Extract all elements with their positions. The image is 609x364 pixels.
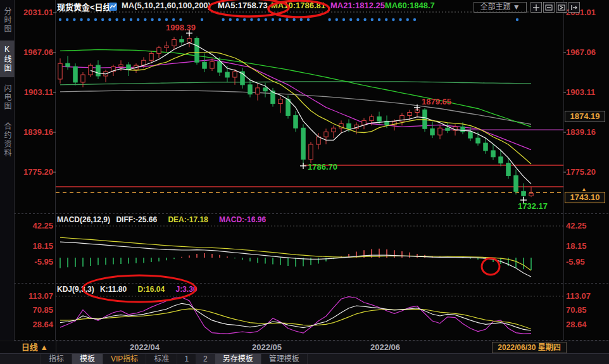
sidebar-item-4[interactable]: 合约资料	[0, 118, 15, 162]
last-price-box: 1743.10	[565, 192, 605, 203]
chart-type-sidebar: 分时图K线图闪电图合约资料	[0, 0, 15, 340]
toolbar-item-管理模板[interactable]: 管理模板	[261, 354, 308, 364]
axis-label: 113.07	[14, 291, 53, 301]
axis-label: 18.15	[14, 241, 53, 251]
crosshair-icon[interactable]	[531, 2, 542, 13]
toolbar-item-标准[interactable]: 标准	[146, 354, 177, 364]
axis-label: -5.95	[566, 257, 606, 267]
axis-label: 70.85	[14, 305, 53, 315]
axis-label: 1967.06	[14, 47, 53, 57]
axis-label: 28.64	[14, 320, 53, 329]
date-axis-row: 日线 ▲ 2022/042022/052022/06 2022/06/30 星期…	[0, 341, 609, 354]
compress-scale-icon[interactable]	[543, 2, 555, 13]
kdj-params: KDJ(9,3,3)	[57, 285, 94, 294]
toolbar-item-2[interactable]: 2	[196, 354, 215, 364]
axis-label: 1839.16	[566, 127, 606, 137]
ma21-value: MA21:1812.25	[330, 1, 385, 10]
kdj-k-value: K:11.80	[100, 285, 127, 294]
axis-label: 1967.06	[566, 47, 606, 57]
ma10-value: MA10:1786.81	[271, 1, 325, 10]
annotation-high-1998: 1998.39	[166, 23, 196, 32]
sidebar-item-1[interactable]: 分时图	[0, 3, 15, 38]
toolbar-item-模板[interactable]: 模板	[72, 354, 103, 364]
sidebar-item-2[interactable]: K线图	[0, 41, 15, 77]
expand-scale-icon[interactable]	[556, 2, 567, 13]
toolbar-item-指标[interactable]: 指标	[41, 354, 72, 364]
period-selector[interactable]: 日线 ▲	[14, 341, 56, 353]
line-chart-icon[interactable]	[109, 2, 117, 13]
shift-right-icon[interactable]	[568, 2, 580, 13]
axis-label: 42.25	[14, 221, 53, 230]
ma-params-label: MA(5,10,21,60,100,200)	[122, 1, 211, 10]
axis-label: 18.15	[566, 241, 606, 251]
sidebar-item-3[interactable]: 闪电图	[0, 80, 15, 115]
axis-label: 1903.11	[14, 87, 53, 97]
annotation-low-1786: 1786.70	[308, 162, 337, 172]
chart-canvas[interactable]	[0, 0, 609, 364]
annotation-low-1732: 1732.17	[518, 201, 548, 211]
axis-label: 1775.20	[566, 167, 606, 177]
trading-app-window: 分时图K线图闪电图合约资料 现货黄金<日线> MA(5,10,21,60,100…	[0, 0, 609, 364]
ma60-value: MA60:1848.7	[385, 1, 435, 10]
current-date-label: 2022/06/30 星期四	[492, 342, 567, 353]
axis-label: 1839.16	[14, 127, 53, 137]
axis-label: 2031.01	[14, 8, 53, 17]
toolbar-item-另存模板[interactable]: 另存模板	[215, 354, 261, 364]
kdj-d-value: D:16.04	[137, 285, 165, 294]
date-tick: 2022/06	[370, 342, 400, 352]
annotation-high-1879: 1879.65	[422, 97, 451, 106]
ma-price-box: 1874.19	[565, 111, 605, 122]
symbol-title: 现货黄金<日线>	[57, 1, 116, 13]
toolbar-item-VIP指标[interactable]: VIP指标	[103, 354, 146, 364]
macd-diff-value: DIFF:-25.66	[116, 215, 157, 224]
axis-label: 1903.11	[566, 87, 606, 97]
ma5-value: MA5:1758.73	[218, 1, 268, 10]
axis-label: 1775.20	[14, 167, 53, 177]
macd-dea-value: DEA:-17.18	[168, 215, 208, 224]
macd-title: MACD(26,12,9) DIFF:-25.66 DEA:-17.18 MAC…	[57, 215, 266, 224]
toolbar-spacer	[0, 354, 41, 364]
macd-value: MACD:-16.96	[219, 215, 266, 224]
kdj-j-value: J:3.30	[175, 285, 197, 294]
theme-select-button[interactable]: 全部主题 ▼	[474, 2, 527, 13]
date-tick: 2022/05	[252, 342, 282, 352]
kdj-title: KDJ(9,3,3) K:11.80 D:16.04 J:3.30	[57, 285, 197, 294]
bottom-toolbar: 指标模板VIP指标标准12另存模板管理模板	[0, 353, 609, 364]
axis-label: 42.25	[566, 221, 606, 230]
macd-params: MACD(26,12,9)	[57, 215, 110, 224]
axis-label: 70.85	[566, 305, 606, 315]
date-tick: 2022/04	[130, 342, 160, 352]
axis-label: -5.95	[14, 257, 53, 267]
axis-label: 28.64	[566, 320, 606, 329]
axis-label: 113.07	[566, 291, 606, 301]
toolbar-item-1[interactable]: 1	[177, 354, 196, 364]
